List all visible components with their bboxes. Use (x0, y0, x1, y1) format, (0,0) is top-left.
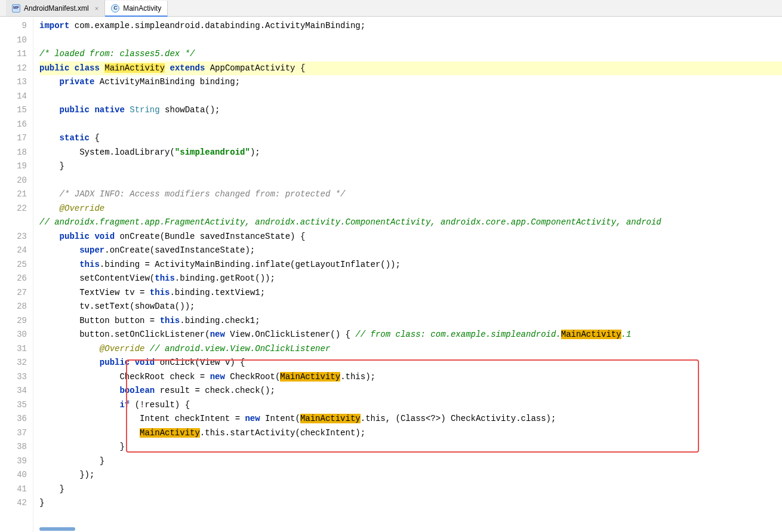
line-number: 19 (0, 159, 27, 174)
code-line[interactable]: @Override // android.view.View.OnClickLi… (39, 342, 782, 356)
line-number: 22 (0, 202, 27, 216)
line-number: 11 (0, 47, 27, 61)
line-number: 26 (0, 272, 27, 286)
code-line[interactable]: } (39, 454, 782, 469)
line-number: 24 (0, 244, 27, 258)
line-number: 40 (0, 468, 27, 482)
code-line[interactable]: Intent checkIntent = new Intent(MainActi… (39, 412, 782, 426)
tab-main-activity[interactable]: MainActivity (105, 1, 168, 17)
line-number: 34 (0, 384, 27, 398)
line-number: 38 (0, 440, 27, 454)
code-line[interactable]: public class MainActivity extends AppCom… (39, 61, 782, 76)
code-line[interactable]: import com.example.simpleandroid.databin… (39, 19, 782, 33)
code-line[interactable]: Button button = this.binding.check1; (39, 314, 782, 328)
line-number: 23 (0, 230, 27, 244)
line-number: 18 (0, 146, 27, 160)
line-number: 35 (0, 398, 27, 413)
manifest-file-icon (12, 4, 20, 13)
code-line[interactable]: /* loaded from: classes5.dex */ (39, 47, 782, 61)
tab-android-manifest[interactable]: AndroidManifest.xml × (6, 0, 105, 16)
line-number: 25 (0, 258, 27, 272)
line-number: 16 (0, 118, 27, 132)
line-number: 30 (0, 328, 27, 342)
line-number: 31 (0, 342, 27, 356)
line-number: 13 (0, 75, 27, 90)
code-line[interactable]: } (39, 440, 782, 454)
line-number (0, 216, 27, 230)
code-line[interactable] (39, 90, 782, 104)
code-line[interactable]: TextView tv = this.binding.textView1; (39, 286, 782, 300)
line-number: 21 (0, 187, 27, 202)
code-area[interactable]: import com.example.simpleandroid.databin… (33, 17, 782, 532)
editor: 9101112131415161718192021222324252627282… (0, 17, 782, 532)
line-number: 33 (0, 370, 27, 385)
code-line[interactable]: static { (39, 131, 782, 146)
code-line[interactable] (39, 174, 782, 188)
code-line[interactable]: public void onCreate(Bundle savedInstanc… (39, 230, 782, 244)
code-line[interactable]: @Override (39, 202, 782, 216)
line-number: 20 (0, 174, 27, 188)
class-file-icon (111, 4, 119, 13)
tab-label: AndroidManifest.xml (24, 4, 89, 13)
code-line[interactable]: button.setOnClickListener(new View.OnCli… (39, 328, 782, 342)
line-number: 42 (0, 496, 27, 511)
code-line[interactable]: boolean result = check.check(); (39, 384, 782, 398)
code-line[interactable]: // androidx.fragment.app.FragmentActivit… (39, 216, 782, 230)
line-number: 32 (0, 356, 27, 370)
code-line[interactable]: private ActivityMainBinding binding; (39, 75, 782, 90)
line-number: 28 (0, 300, 27, 314)
line-number: 14 (0, 90, 27, 104)
tab-bar: AndroidManifest.xml × MainActivity (0, 0, 782, 17)
code-line[interactable]: public void onClick(View v) { (39, 356, 782, 370)
line-number: 10 (0, 33, 27, 48)
code-line[interactable]: tv.setText(showData()); (39, 300, 782, 314)
code-line[interactable]: MainActivity.this.startActivity(checkInt… (39, 426, 782, 441)
code-line[interactable]: this.binding = ActivityMainBinding.infla… (39, 258, 782, 272)
code-line[interactable]: super.onCreate(savedInstanceState); (39, 244, 782, 258)
tab-label: MainActivity (123, 4, 161, 13)
line-number: 41 (0, 482, 27, 497)
line-number: 9 (0, 19, 27, 33)
close-icon[interactable]: × (95, 5, 98, 12)
line-number: 17 (0, 131, 27, 146)
horizontal-scrollbar[interactable] (39, 527, 75, 531)
code-line[interactable]: }); (39, 468, 782, 482)
code-line[interactable]: CheckRoot check = new CheckRoot(MainActi… (39, 370, 782, 385)
code-line[interactable]: setContentView(this.binding.getRoot()); (39, 272, 782, 286)
code-line[interactable]: } (39, 482, 782, 497)
code-line[interactable]: } (39, 159, 782, 174)
line-number: 36 (0, 412, 27, 426)
line-number: 39 (0, 454, 27, 469)
line-number-gutter: 9101112131415161718192021222324252627282… (0, 17, 33, 532)
code-line[interactable]: } (39, 496, 782, 511)
code-line[interactable]: /* JADX INFO: Access modifiers changed f… (39, 187, 782, 202)
line-number: 37 (0, 426, 27, 441)
code-line[interactable]: if (!result) { (39, 398, 782, 413)
code-line[interactable]: System.loadLibrary("simpleandroid"); (39, 146, 782, 160)
code-line[interactable] (39, 118, 782, 132)
line-number: 27 (0, 286, 27, 300)
line-number: 15 (0, 103, 27, 118)
code-line[interactable] (39, 33, 782, 48)
line-number: 12 (0, 61, 27, 76)
code-line[interactable]: public native String showData(); (39, 103, 782, 118)
line-number: 29 (0, 314, 27, 328)
